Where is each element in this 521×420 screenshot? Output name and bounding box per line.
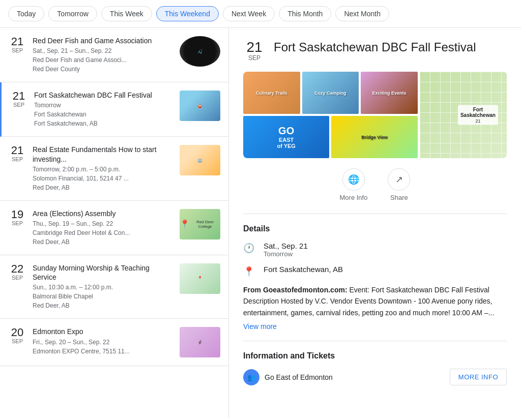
event-subtitle: Fri., Sep. 20 – Sun., Sep. 22Edmonton EX… [33, 338, 173, 356]
event-info: Area (Elections) Assembly Thu., Sep. 19 … [33, 209, 173, 247]
share-label: Share [390, 194, 408, 201]
organizer-icon: 👥 [243, 369, 259, 385]
event-day: 22 [8, 263, 26, 275]
event-title: Sunday Morning Worship & Teaching Servic… [33, 263, 173, 282]
clock-icon: 🕐 [243, 243, 255, 254]
detail-location-row: 📍 Fort Saskatchewan, AB [243, 265, 507, 277]
event-month: SEP [8, 47, 26, 53]
location-icon: 📍 [243, 266, 255, 277]
event-date: 19SEP [8, 209, 26, 226]
filter-btn-this-weekend[interactable]: This Weekend [156, 6, 219, 21]
map-city-label: FortSaskatchewan21 [458, 105, 498, 125]
event-day: 21 [10, 91, 28, 102]
filter-btn-today[interactable]: Today [8, 6, 44, 21]
share-button[interactable]: ↗ Share [388, 168, 410, 201]
event-day: 21 [8, 145, 26, 156]
organizer-name: Go East of Edmonton [265, 373, 333, 381]
detail-day: 21 [243, 40, 266, 54]
event-title: Fort Saskatchewan DBC Fall Festival [34, 91, 173, 100]
event-thumbnail: 📍Red Deer College [180, 209, 220, 239]
event-date: 21SEP [8, 145, 26, 162]
details-heading: Details [243, 224, 507, 233]
event-subtitle: Thu., Sep. 19 – Sun., Sep. 22Cambridge R… [33, 219, 173, 247]
filter-btn-next-week[interactable]: Next Week [223, 6, 275, 21]
mosaic-row-bottom: GO EAST of YEG Bridge View [243, 116, 418, 158]
event-list-item[interactable]: 21SEP Red Deer Fish and Game Association… [0, 28, 228, 82]
share-icon: ↗ [388, 168, 410, 191]
event-info: Real Estate Fundamentals How to start in… [33, 145, 173, 192]
tickets-more-info-button[interactable]: MORE INFO [450, 369, 507, 385]
event-list-item[interactable]: 20SEP Edmonton Expo Fri., Sep. 20 – Sun.… [0, 319, 228, 366]
event-date: 20SEP [8, 327, 26, 344]
event-day: 20 [8, 327, 26, 338]
detail-header: 21 SEP Fort Saskatchewan DBC Fall Festiv… [243, 40, 507, 62]
image-mosaic-left: Culinary Trails Cozy Camping Exciting Ev… [243, 72, 418, 158]
event-subtitle: TomorrowFort SaskatchewanFort Saskatchew… [34, 101, 173, 128]
event-description: From Goeastofedmonton.com: Event: Fort S… [243, 284, 507, 318]
action-buttons: 🌐 More Info ↗ Share [243, 168, 507, 201]
divider-2 [243, 341, 507, 341]
event-list-item[interactable]: 21SEP Fort Saskatchewan DBC Fall Festiva… [0, 82, 228, 137]
event-info: Edmonton Expo Fri., Sep. 20 – Sun., Sep.… [33, 327, 173, 355]
detail-date-content: Sat., Sep. 21 Tomorrow [264, 242, 308, 258]
mosaic-bridge: Bridge View [331, 116, 417, 158]
event-list-item[interactable]: 22SEP Sunday Morning Worship & Teaching … [0, 255, 228, 319]
event-month: SEP [8, 220, 26, 226]
detail-date-row: 🕐 Sat., Sep. 21 Tomorrow [243, 242, 507, 258]
divider [243, 214, 507, 214]
event-date: 22SEP [8, 263, 26, 281]
event-title: Edmonton Expo [33, 327, 173, 336]
info-tickets-heading: Information and Tickets [243, 351, 507, 361]
event-info: Sunday Morning Worship & Teaching Servic… [33, 263, 173, 310]
filter-btn-next-month[interactable]: Next Month [335, 6, 389, 21]
event-subtitle: Tomorrow, 2:00 p.m. – 5:00 p.m.Solomon F… [33, 165, 173, 192]
event-title: Area (Elections) Assembly [33, 209, 173, 218]
mosaic-events: Exciting Events [361, 72, 418, 114]
event-date: 21SEP [8, 36, 26, 53]
detail-location-main: Fort Saskatchewan, AB [264, 265, 343, 274]
mosaic-row-top: Culinary Trails Cozy Camping Exciting Ev… [243, 72, 418, 114]
event-day: 19 [8, 209, 26, 220]
filter-btn-tomorrow[interactable]: Tomorrow [48, 6, 97, 21]
event-thumbnail: 🏢 [180, 145, 220, 175]
main-layout: 21SEP Red Deer Fish and Game Association… [0, 28, 521, 418]
info-tickets-section: Information and Tickets 👥 Go East of Edm… [243, 351, 507, 389]
filter-btn-this-week[interactable]: This Week [101, 6, 152, 21]
filter-bar: TodayTomorrowThis WeekThis WeekendNext W… [0, 0, 521, 28]
event-month: SEP [8, 338, 26, 344]
event-list-item[interactable]: 21SEP Real Estate Fundamentals How to st… [0, 137, 228, 200]
event-date: 21SEP [10, 91, 28, 108]
mosaic-food: Culinary Trails [243, 72, 300, 114]
event-list-item[interactable]: 19SEP Area (Elections) Assembly Thu., Se… [0, 201, 228, 255]
event-subtitle: Sat., Sep. 21 – Sun., Sep. 22Red Deer Fi… [33, 46, 173, 74]
description-source: From Goeastofedmonton.com: [243, 286, 348, 294]
more-info-icon: 🌐 [342, 168, 365, 191]
mosaic-camp: Cozy Camping [302, 72, 359, 114]
mosaic-go-east: GO EAST of YEG [243, 116, 329, 158]
event-month: SEP [8, 275, 26, 281]
event-thumbnail: 🎣 [180, 36, 220, 67]
filter-btn-this-month[interactable]: This Month [279, 6, 331, 21]
organizer-left: 👥 Go East of Edmonton [243, 369, 333, 385]
event-month: SEP [10, 102, 28, 108]
more-info-button[interactable]: 🌐 More Info [340, 168, 368, 201]
event-images: Culinary Trails Cozy Camping Exciting Ev… [243, 72, 507, 158]
event-thumbnail: 🎪 [180, 91, 220, 121]
detail-month: SEP [243, 54, 266, 62]
event-subtitle: Sun., 10:30 a.m. – 12:00 p.m.Balmoral Bi… [33, 283, 173, 310]
detail-date: 21 SEP [243, 40, 266, 62]
more-info-label: More Info [340, 194, 368, 201]
event-list: 21SEP Red Deer Fish and Game Association… [0, 28, 229, 418]
detail-date-sub: Tomorrow [264, 250, 308, 258]
view-more-link[interactable]: View more [243, 322, 277, 331]
detail-map[interactable]: FortSaskatchewan21 [420, 72, 507, 158]
event-title: Real Estate Fundamentals How to start in… [33, 145, 173, 163]
detail-title: Fort Saskatchewan DBC Fall Festival [274, 40, 476, 55]
event-info: Red Deer Fish and Game Association Sat.,… [33, 36, 173, 74]
event-title: Red Deer Fish and Game Association [33, 36, 173, 45]
detail-date-main: Sat., Sep. 21 [264, 242, 308, 250]
event-month: SEP [8, 156, 26, 162]
event-thumbnail: 📍 [180, 263, 220, 294]
detail-location-content: Fort Saskatchewan, AB [264, 265, 343, 274]
event-info: Fort Saskatchewan DBC Fall Festival Tomo… [34, 91, 173, 128]
